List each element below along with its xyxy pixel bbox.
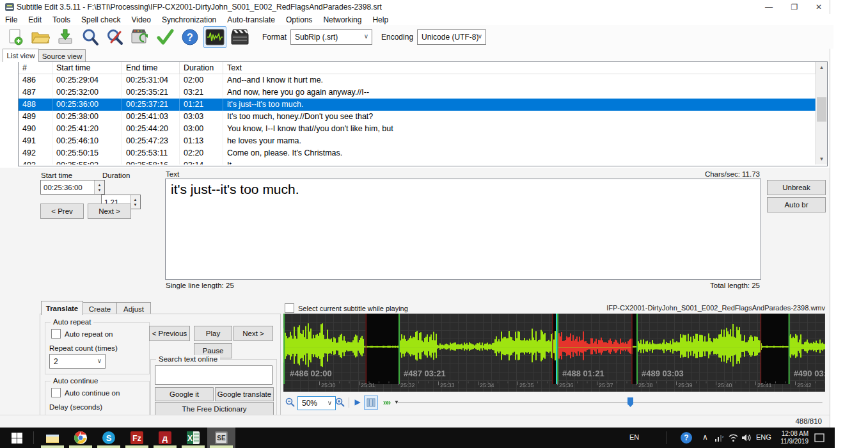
next-button[interactable]: Next > — [233, 326, 273, 341]
video-button[interactable] — [228, 26, 251, 48]
google-it-button[interactable]: Google it — [155, 387, 214, 401]
auto-continue-checkbox[interactable]: Auto continue on — [51, 388, 120, 397]
subtitle-list[interactable]: #Start timeEnd timeDurationText48600:25:… — [18, 61, 828, 166]
menu-item-spell-check[interactable]: Spell check — [81, 15, 120, 24]
save-button[interactable] — [54, 26, 77, 48]
table-row[interactable]: 48600:25:29:0400:25:31:0402:00And--and I… — [19, 74, 816, 86]
previous-button[interactable]: < Previous — [149, 326, 190, 341]
google-translate-button[interactable]: Google translate — [215, 387, 274, 401]
select-current-subtitle-checkbox[interactable]: Select current subtitle while playing — [285, 303, 408, 313]
help-button[interactable]: ? — [178, 26, 201, 48]
spell-check-button[interactable] — [154, 26, 177, 48]
cell-start: 00:25:55:02 — [52, 159, 122, 164]
auto-continue-group-title: Auto continue — [51, 377, 100, 385]
video-position-thumb[interactable] — [627, 397, 633, 407]
help-tray-icon[interactable]: ? — [679, 431, 693, 445]
scroll-up-icon[interactable]: ▲ — [816, 62, 827, 73]
playback-speed-icon[interactable]: »» — [379, 397, 393, 407]
video-sync-toggle-icon[interactable] — [364, 396, 378, 410]
tab-source-view[interactable]: Source view — [38, 49, 86, 62]
start-time-input[interactable]: 00:25:36:00 ▲▼ — [40, 180, 105, 195]
format-combobox[interactable]: SubRip (.srt) ∨ — [290, 29, 372, 45]
repeat-count-combobox[interactable]: 2 ∨ — [49, 354, 106, 369]
menu-item-file[interactable]: File — [5, 15, 17, 24]
zoom-in-icon[interactable] — [335, 397, 346, 408]
find-button[interactable] — [79, 26, 102, 48]
auto-repeat-checkbox[interactable]: Auto repeat on — [51, 329, 113, 339]
auto-br-button[interactable]: Auto br — [767, 197, 826, 212]
replace-button[interactable] — [104, 26, 127, 48]
zoom-out-icon[interactable] — [285, 397, 296, 408]
volume-icon[interactable] — [741, 433, 751, 443]
spinner-arrows-icon[interactable]: ▲▼ — [130, 195, 140, 209]
column-header-start-time[interactable]: Start time — [52, 62, 122, 74]
checkbox-icon[interactable] — [285, 303, 294, 313]
play-button[interactable]: Play — [194, 326, 232, 341]
menu-item-video[interactable]: Video — [131, 15, 150, 24]
new-file-button[interactable] — [4, 26, 27, 48]
play-waveform-icon[interactable]: ▶ — [352, 397, 363, 407]
menu-item-auto-translate[interactable]: Auto-translate — [227, 15, 275, 24]
subtitle-text-editor[interactable]: it's just--it's too much. — [165, 179, 761, 280]
table-row[interactable]: 48900:25:38:0000:25:41:0303:03It's too m… — [19, 111, 816, 123]
taskbar-app-chrome[interactable] — [73, 430, 88, 445]
checkbox-icon[interactable] — [51, 329, 61, 339]
clock[interactable]: 12:08 AM 11/9/2019 — [775, 430, 809, 445]
menu-item-options[interactable]: Options — [286, 15, 312, 24]
column-header-[interactable]: # — [19, 62, 52, 74]
column-header-end-time[interactable]: End time — [122, 62, 180, 74]
close-button[interactable]: ✕ — [808, 0, 830, 14]
taskbar-app-filezilla[interactable]: Fz — [129, 430, 145, 445]
taskbar-app-acrobat[interactable]: д — [157, 430, 173, 445]
taskbar-app-subtitle-edit[interactable]: SE — [214, 430, 229, 445]
unbreak-button[interactable]: Unbreak — [767, 180, 826, 195]
tab-adjust[interactable]: Adjust — [116, 302, 151, 315]
table-row[interactable]: 49200:25:50:1500:25:53:1102:20Come on, p… — [19, 147, 816, 159]
visual-sync-button[interactable] — [129, 26, 152, 48]
taskbar-app-skype[interactable]: S — [101, 430, 116, 445]
taskbar-app-explorer[interactable] — [45, 430, 60, 445]
scroll-down-icon[interactable]: ▼ — [816, 154, 827, 164]
cellular-icon[interactable]: x — [714, 433, 724, 443]
show-hidden-icons-chevron[interactable]: ∧ — [702, 433, 708, 442]
checkbox-icon[interactable] — [51, 388, 61, 397]
next-subtitle-button[interactable]: Next > — [88, 204, 131, 219]
list-scrollbar[interactable]: ▲ ▼ — [816, 62, 827, 164]
table-row[interactable]: 49000:25:41:2000:25:44:2003:00You know, … — [19, 123, 816, 135]
minimize-button[interactable]: — — [758, 0, 780, 14]
encoding-combobox[interactable]: Unicode (UTF-8) ∨ — [417, 29, 486, 45]
menu-item-help[interactable]: Help — [372, 15, 388, 24]
menu-item-edit[interactable]: Edit — [28, 15, 42, 24]
video-position-track[interactable] — [397, 402, 823, 403]
column-header-duration[interactable]: Duration — [180, 62, 223, 74]
prev-subtitle-button[interactable]: < Prev — [40, 204, 84, 219]
waveform-button[interactable] — [203, 26, 226, 48]
spinner-arrows-icon[interactable]: ▲▼ — [94, 180, 104, 194]
waveform-ruler-label: 25:34 — [480, 382, 494, 388]
waveform-display[interactable]: #486 02:00#487 03:21#488 01:21#489 03:03… — [283, 314, 825, 392]
menu-item-synchronization[interactable]: Synchronization — [162, 15, 216, 24]
menu-item-tools[interactable]: Tools — [52, 15, 70, 24]
keyboard-language-indicator[interactable]: ENG — [756, 433, 771, 441]
action-center-icon[interactable] — [814, 433, 825, 443]
wifi-icon[interactable] — [728, 433, 738, 443]
table-row[interactable]: 48700:25:32:0000:25:35:2103:21And now, h… — [19, 86, 816, 99]
start-button[interactable] — [9, 430, 24, 445]
chrome-icon — [74, 431, 88, 445]
table-row[interactable]: 49300:25:55:0200:25:58:1603:14It-- — [19, 159, 816, 164]
taskbar-app-excel[interactable]: X — [185, 430, 201, 445]
table-row[interactable]: 48800:25:36:0000:25:37:2101:21it's just-… — [19, 99, 816, 111]
open-file-button[interactable] — [29, 26, 52, 48]
waveform-zoom-combobox[interactable]: 50% ∨ — [297, 396, 336, 410]
tab-list-view[interactable]: List view — [3, 49, 39, 62]
search-text-input[interactable] — [155, 365, 272, 385]
free-dictionary-button[interactable]: The Free Dictionary — [155, 402, 274, 416]
column-header-text[interactable]: Text — [223, 62, 816, 74]
tab-create[interactable]: Create — [83, 302, 117, 315]
menu-item-networking[interactable]: Networking — [323, 15, 361, 24]
input-language-indicator[interactable]: EN — [629, 433, 639, 441]
maximize-button[interactable]: ❐ — [784, 0, 805, 14]
scrollbar-thumb[interactable] — [817, 97, 826, 122]
tab-translate[interactable]: Translate — [41, 301, 83, 315]
table-row[interactable]: 49100:25:46:1000:25:47:2301:13he loves y… — [19, 135, 816, 147]
